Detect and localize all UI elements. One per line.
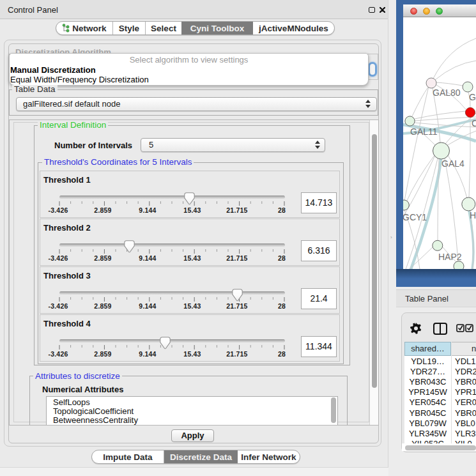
svg-text:H: H <box>470 210 476 220</box>
svg-text:GAL80: GAL80 <box>433 88 461 98</box>
svg-text:GAL11: GAL11 <box>410 127 438 137</box>
svg-text:GCY1: GCY1 <box>403 212 427 222</box>
svg-text:GAL4: GAL4 <box>441 158 464 169</box>
svg-text:HAP2: HAP2 <box>438 252 462 262</box>
svg-text:GA: GA <box>469 92 476 102</box>
svg-text:C: C <box>472 118 476 128</box>
